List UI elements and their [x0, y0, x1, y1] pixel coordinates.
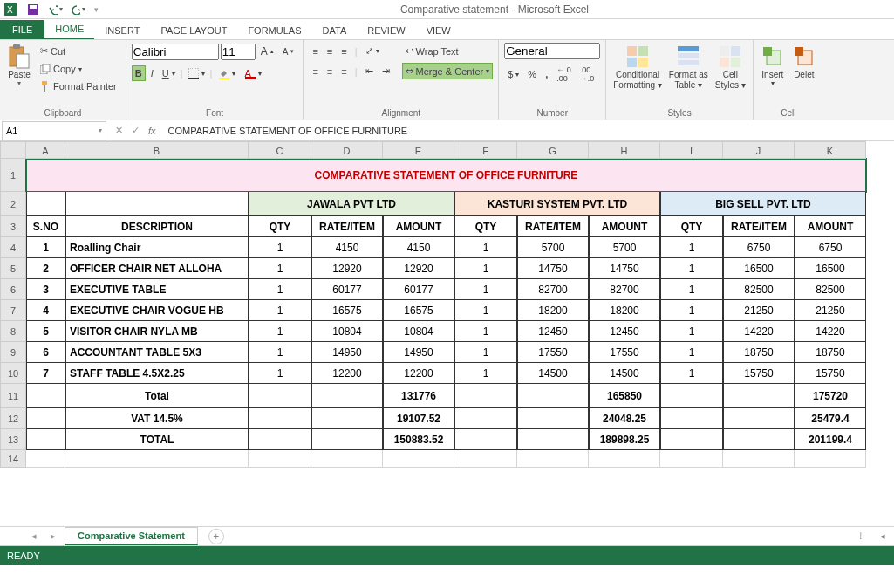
- cell-H10[interactable]: 14500: [589, 363, 660, 384]
- header-7[interactable]: AMOUNT: [589, 216, 660, 237]
- spreadsheet-grid[interactable]: ABCDEFGHIJK1COMPARATIVE STATEMENT OF OFF…: [0, 141, 894, 527]
- cell-F12[interactable]: [454, 408, 517, 429]
- cell-E11[interactable]: 131776: [383, 384, 454, 408]
- cell-H13[interactable]: 189898.25: [589, 429, 660, 450]
- cell-G13[interactable]: [517, 429, 589, 450]
- row-header-4[interactable]: 4: [0, 237, 26, 258]
- col-header-B[interactable]: B: [65, 141, 249, 159]
- number-format-select[interactable]: [504, 43, 600, 59]
- cell-J4[interactable]: 6750: [723, 237, 795, 258]
- cell-B8[interactable]: VISITOR CHAIR NYLA MB: [65, 321, 249, 342]
- cell-E7[interactable]: 16575: [383, 300, 454, 321]
- cell-J9[interactable]: 18750: [723, 342, 795, 363]
- font-name-select[interactable]: [132, 44, 219, 60]
- cell-G6[interactable]: 82700: [517, 279, 589, 300]
- cell-I13[interactable]: [660, 429, 723, 450]
- cell-A8[interactable]: 5: [26, 321, 65, 342]
- tab-page-layout[interactable]: PAGE LAYOUT: [150, 22, 237, 39]
- cell-I7[interactable]: 1: [660, 300, 723, 321]
- cell-D10[interactable]: 12200: [311, 363, 383, 384]
- cell-J8[interactable]: 14220: [723, 321, 795, 342]
- cell-H4[interactable]: 5700: [589, 237, 660, 258]
- fx-icon[interactable]: fx: [148, 126, 156, 136]
- border-button[interactable]: ▾: [185, 65, 208, 81]
- row-header-12[interactable]: 12: [0, 408, 26, 429]
- cell-D14[interactable]: [311, 450, 383, 468]
- cell-E12[interactable]: 19107.52: [383, 408, 454, 429]
- row-header-14[interactable]: 14: [0, 450, 26, 468]
- tab-insert[interactable]: INSERT: [94, 22, 150, 39]
- cell-E4[interactable]: 4150: [383, 237, 454, 258]
- align-bottom-button[interactable]: ≡: [338, 44, 350, 59]
- cell-A9[interactable]: 6: [26, 342, 65, 363]
- cell-H9[interactable]: 17550: [589, 342, 660, 363]
- cell-G7[interactable]: 18200: [517, 300, 589, 321]
- cell-J12[interactable]: [723, 408, 795, 429]
- cell-B4[interactable]: Roalling Chair: [65, 237, 249, 258]
- align-right-button[interactable]: ≡: [338, 64, 350, 79]
- col-header-J[interactable]: J: [723, 141, 795, 159]
- cell-J11[interactable]: [723, 384, 795, 408]
- vendor-1[interactable]: JAWALA PVT LTD: [249, 192, 454, 216]
- cell-D7[interactable]: 16575: [311, 300, 383, 321]
- cell-H11[interactable]: 165850: [589, 384, 660, 408]
- cell-F9[interactable]: 1: [454, 342, 517, 363]
- col-header-H[interactable]: H: [589, 141, 660, 159]
- decrease-font-button[interactable]: A▾: [279, 44, 298, 59]
- cell-F5[interactable]: 1: [454, 258, 517, 279]
- cell-B7[interactable]: EXECUTIVE CHAIR VOGUE HB: [65, 300, 249, 321]
- row-header-13[interactable]: 13: [0, 429, 26, 450]
- cell-E5[interactable]: 12920: [383, 258, 454, 279]
- col-header-A[interactable]: A: [26, 141, 65, 159]
- col-header-I[interactable]: I: [660, 141, 723, 159]
- cell-J5[interactable]: 16500: [723, 258, 795, 279]
- tab-file[interactable]: FILE: [0, 20, 44, 39]
- row-header-10[interactable]: 10: [0, 363, 26, 384]
- col-header-E[interactable]: E: [383, 141, 454, 159]
- cell-A14[interactable]: [26, 450, 65, 468]
- cell-K10[interactable]: 15750: [795, 363, 866, 384]
- vendor-3[interactable]: BIG SELL PVT. LTD: [660, 192, 866, 216]
- col-header-D[interactable]: D: [311, 141, 383, 159]
- cell-J14[interactable]: [723, 450, 795, 468]
- cell-styles-button[interactable]: Cell Styles ▾: [713, 43, 747, 92]
- cell-A4[interactable]: 1: [26, 237, 65, 258]
- hscroll-left[interactable]: ◂: [880, 530, 885, 542]
- format-as-table-button[interactable]: Format as Table ▾: [667, 43, 710, 92]
- cell-F8[interactable]: 1: [454, 321, 517, 342]
- cell-C10[interactable]: 1: [249, 363, 311, 384]
- cell-B2[interactable]: [65, 192, 249, 216]
- cell-B6[interactable]: EXECUTIVE TABLE: [65, 279, 249, 300]
- cell-A6[interactable]: 3: [26, 279, 65, 300]
- cell-C14[interactable]: [249, 450, 311, 468]
- cell-A13[interactable]: [26, 429, 65, 450]
- add-sheet-button[interactable]: +: [208, 529, 224, 544]
- formula-input[interactable]: COMPARATIVE STATEMENT OF OFFICE FURNITUR…: [163, 126, 894, 136]
- redo-icon[interactable]: [72, 3, 85, 17]
- cell-D5[interactable]: 12920: [311, 258, 383, 279]
- row-header-7[interactable]: 7: [0, 300, 26, 321]
- cell-C9[interactable]: 1: [249, 342, 311, 363]
- cell-B12[interactable]: VAT 14.5%: [65, 408, 249, 429]
- decrease-decimal-button[interactable]: .00→.0: [577, 63, 598, 85]
- cell-F10[interactable]: 1: [454, 363, 517, 384]
- align-top-button[interactable]: ≡: [309, 44, 321, 59]
- header-0[interactable]: S.NO: [26, 216, 65, 237]
- orientation-button[interactable]: ⤢▾: [362, 43, 383, 59]
- cell-G10[interactable]: 14500: [517, 363, 589, 384]
- increase-indent-button[interactable]: ⇥: [379, 63, 393, 79]
- cell-I6[interactable]: 1: [660, 279, 723, 300]
- cell-H14[interactable]: [589, 450, 660, 468]
- cell-I4[interactable]: 1: [660, 237, 723, 258]
- cell-K12[interactable]: 25479.4: [795, 408, 866, 429]
- cell-A10[interactable]: 7: [26, 363, 65, 384]
- cell-G12[interactable]: [517, 408, 589, 429]
- format-painter-button[interactable]: Format Painter: [37, 79, 120, 94]
- cell-H12[interactable]: 24048.25: [589, 408, 660, 429]
- copy-button[interactable]: Copy▾: [37, 61, 120, 77]
- sheet-nav-next[interactable]: ▸: [45, 530, 61, 542]
- cell-I11[interactable]: [660, 384, 723, 408]
- cell-K6[interactable]: 82500: [795, 279, 866, 300]
- save-icon[interactable]: [26, 3, 40, 17]
- increase-decimal-button[interactable]: ←.0.00: [553, 63, 575, 85]
